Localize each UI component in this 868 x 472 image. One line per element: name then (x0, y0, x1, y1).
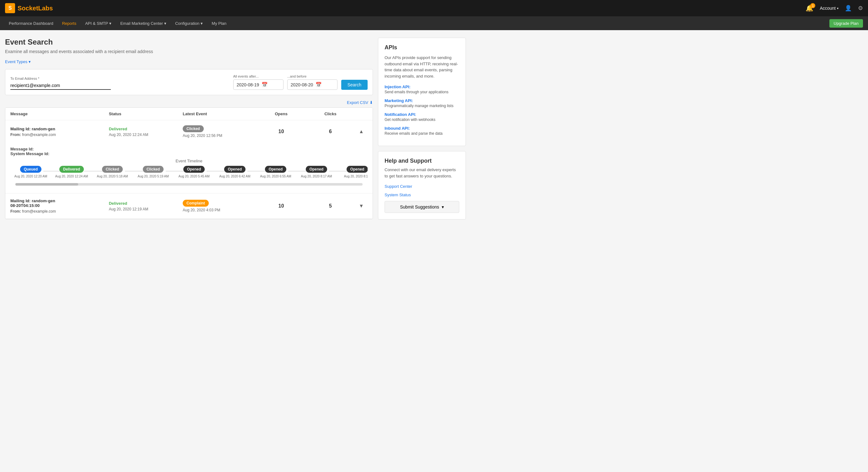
event-date-2: Aug 20, 2020 4:03 PM (183, 208, 256, 212)
nav-performance[interactable]: Performance Dashboard (5, 18, 57, 29)
timeline-date-6: Aug 20, 2020 6:42 AM (219, 175, 250, 178)
support-center-link[interactable]: Support Center (384, 184, 459, 189)
timeline-date-9: Aug 20, 2020 8:1... (344, 175, 368, 178)
email-input[interactable] (10, 82, 111, 90)
mailing-row-header-1: Mailing Id: random-gen From: from@exampl… (5, 120, 373, 143)
sidebar: APIs Our APIs provide support for sendin… (378, 38, 466, 225)
timeline-scrollbar[interactable] (16, 183, 363, 185)
mailing-id-1: Mailing Id: random-gen (10, 126, 109, 131)
config-dropdown-arrow: ▾ (200, 21, 203, 26)
timeline-badge-opened-4: Opened (306, 166, 328, 173)
event-badge-2: Complaint (183, 200, 209, 207)
col-expand (355, 112, 368, 116)
nav-api-smtp[interactable]: API & SMTP ▾ (81, 18, 115, 29)
nav-email-marketing[interactable]: Email Marketing Center ▾ (117, 18, 170, 29)
timeline-scroll[interactable]: Queued Aug 20, 2020 12:20 AM Delivered A… (10, 166, 368, 181)
opens-1: 10 (256, 129, 306, 135)
inbound-api-link[interactable]: Inbound API: Receive emails and parse th… (384, 126, 459, 136)
timeline-date-4: Aug 20, 2020 5:19 AM (138, 175, 169, 178)
brand-logo: S (5, 3, 15, 13)
status-col-2: Delivered Aug 20, 2020 12:19 AM (109, 201, 183, 211)
bell-badge: 1 (810, 3, 815, 8)
table-row: Mailing Id: random-gen08-20T04:15:00 Fro… (5, 194, 373, 219)
account-button[interactable]: Account ▾ (820, 6, 838, 11)
message-ids: Message Id: System Message Id: (10, 147, 368, 156)
event-types-link[interactable]: Event Types ▾ (5, 59, 31, 64)
inbound-api-title[interactable]: Inbound API: (384, 126, 410, 130)
apis-card: APIs Our APIs provide support for sendin… (378, 38, 466, 146)
notification-api-link[interactable]: Notification API: Get notification with … (384, 112, 459, 122)
message-col-1: Mailing Id: random-gen From: from@exampl… (10, 126, 109, 137)
apis-description: Our APIs provide support for sending out… (384, 55, 459, 79)
email-field-group: To Email Address * (10, 77, 111, 90)
timeline-item: Queued Aug 20, 2020 12:20 AM (10, 166, 51, 178)
date-before-group: ...and before 2020-08-20 📅 (287, 75, 338, 90)
upgrade-plan-button[interactable]: Upgrade Plan (829, 19, 863, 28)
date-before-label: ...and before (287, 75, 338, 78)
search-button[interactable]: Search (341, 80, 368, 90)
table-header: Message Status Latest Event Opens Clicks (5, 108, 373, 120)
marketing-api-link[interactable]: Marketing API: Programmatically manage m… (384, 98, 459, 108)
date-after-field[interactable]: 2020-08-19 📅 (233, 80, 283, 90)
expand-button-2[interactable]: ▼ (355, 203, 368, 209)
event-types-arrow: ▾ (29, 59, 31, 64)
submit-suggestions-button[interactable]: Submit Suggestions ▾ (384, 201, 459, 213)
timeline-item: Opened Aug 20, 2020 6:55 AM (255, 166, 296, 178)
calendar-after-icon[interactable]: 📅 (261, 82, 268, 88)
timeline-badge-opened-1: Opened (183, 166, 205, 173)
apis-title: APIs (384, 44, 459, 51)
date-after-value: 2020-08-19 (237, 82, 259, 87)
page-title: Event Search (5, 38, 373, 47)
nav-reports[interactable]: Reports (58, 18, 81, 29)
help-card: Help and Support Connect with our email … (378, 151, 466, 219)
marketing-api-title[interactable]: Marketing API: (384, 98, 413, 103)
page-subtitle: Examine all messages and events associat… (5, 49, 373, 54)
status-col-1: Delivered Aug 20, 2020 12:24 AM (109, 126, 183, 137)
injection-api-desc: Send emails through your applications (384, 90, 459, 94)
event-badge-1: Clicked (183, 125, 204, 132)
system-status-link[interactable]: System Status (384, 193, 459, 197)
settings-icon[interactable]: ⚙ (858, 5, 863, 11)
download-icon: ⬇ (370, 100, 373, 105)
col-message: Message (10, 112, 109, 116)
timeline-item: Clicked Aug 20, 2020 5:19 AM (133, 166, 174, 178)
timeline-badge-clicked-2: Clicked (143, 166, 164, 173)
suggest-label: Submit Suggestions (400, 204, 439, 209)
status-delivered-2: Delivered (109, 201, 183, 206)
from-1: From: from@example.com (10, 132, 109, 137)
injection-api-link[interactable]: Injection API: Send emails through your … (384, 84, 459, 94)
results-table: Message Status Latest Event Opens Clicks… (5, 108, 373, 219)
calendar-before-icon[interactable]: 📅 (315, 82, 322, 88)
export-csv-link[interactable]: Export CSV ⬇ (347, 100, 373, 105)
col-opens: Opens (256, 112, 306, 116)
injection-api-title[interactable]: Injection API: (384, 85, 411, 89)
timeline-badge-delivered: Delivered (59, 166, 84, 173)
timeline-date-8: Aug 20, 2020 8:17 AM (301, 175, 332, 178)
collapse-button-1[interactable]: ▲ (355, 129, 368, 135)
api-dropdown-arrow: ▾ (109, 21, 112, 26)
mailing-row-header-2: Mailing Id: random-gen08-20T04:15:00 Fro… (5, 194, 373, 218)
clicks-1: 6 (306, 129, 355, 135)
user-icon[interactable]: 👤 (845, 5, 852, 11)
top-nav-right: 🔔 1 Account ▾ 👤 ⚙ (806, 4, 863, 12)
timeline-date-7: Aug 20, 2020 6:55 AM (260, 175, 291, 178)
notification-api-title[interactable]: Notification API: (384, 112, 416, 117)
mailing-id-2: Mailing Id: random-gen08-20T04:15:00 (10, 199, 109, 208)
email-label: To Email Address * (10, 77, 111, 80)
timeline-badge-opened-3: Opened (265, 166, 287, 173)
event-col-1: Clicked Aug 20, 2020 12:56 PM (183, 125, 256, 138)
timeline-badge-opened-5: Opened (347, 166, 368, 173)
timeline-badge-clicked-1: Clicked (102, 166, 123, 173)
bell-icon[interactable]: 🔔 1 (806, 4, 813, 12)
col-status: Status (109, 112, 183, 116)
timeline-date-2: Aug 20, 2020 12:24 AM (55, 175, 88, 178)
nav-my-plan[interactable]: My Plan (208, 18, 230, 29)
date-after-label: All events after... (233, 75, 283, 78)
from-2: From: from@example.com (10, 209, 109, 213)
nav-configuration[interactable]: Configuration ▾ (172, 18, 207, 29)
col-latest-event: Latest Event (183, 112, 256, 116)
date-before-field[interactable]: 2020-08-20 📅 (287, 80, 338, 90)
timeline-date-5: Aug 20, 2020 5:45 AM (179, 175, 210, 178)
event-timeline-section: Message Id: System Message Id: Event Tim… (5, 143, 373, 193)
timeline-scrollbar-thumb (16, 183, 78, 185)
